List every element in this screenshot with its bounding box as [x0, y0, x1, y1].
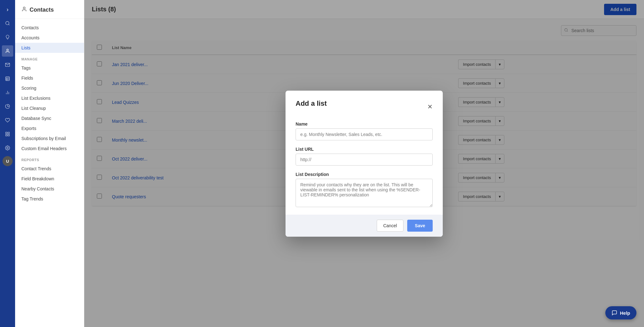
svg-rect-12: [8, 132, 9, 134]
svg-point-0: [6, 21, 9, 25]
sidebar-item-contacts[interactable]: Contacts: [15, 23, 84, 33]
sidebar-nav: Contacts Accounts Lists MANAGE Tags Fiel…: [15, 19, 84, 208]
contacts-icon[interactable]: [2, 45, 13, 57]
svg-point-2: [7, 49, 8, 51]
save-button[interactable]: Save: [407, 220, 433, 232]
sidebar-item-accounts[interactable]: Accounts: [15, 33, 84, 43]
svg-point-15: [7, 147, 8, 149]
mail-icon[interactable]: [2, 59, 13, 70]
modal-body: Add a list ✕ Name List URL List Descript…: [286, 91, 443, 208]
sidebar-header: Contacts: [15, 0, 84, 19]
settings-icon[interactable]: [2, 142, 13, 154]
cancel-button[interactable]: Cancel: [377, 220, 404, 232]
user-avatar[interactable]: U: [3, 156, 13, 166]
sidebar-person-icon: [21, 6, 27, 14]
modal-close-button[interactable]: ✕: [427, 103, 433, 110]
help-label: Help: [620, 310, 630, 316]
icon-bar: › U: [0, 0, 15, 327]
sidebar-item-custom-headers[interactable]: Custom Email Headers: [15, 144, 84, 154]
description-label: List Description: [296, 172, 433, 177]
sidebar-item-field-breakdown[interactable]: Field Breakdown: [15, 174, 84, 184]
sidebar-item-tags[interactable]: Tags: [15, 63, 84, 73]
list-description-textarea[interactable]: [296, 179, 433, 207]
sidebar-item-scoring[interactable]: Scoring: [15, 83, 84, 93]
svg-point-16: [23, 7, 25, 9]
lightbulb-icon[interactable]: [2, 31, 13, 43]
url-field-group: List URL: [296, 147, 433, 166]
table-icon[interactable]: [2, 73, 13, 84]
main-area: Lists (8) Add a list List Name: [84, 0, 644, 327]
manage-section-label: MANAGE: [15, 53, 84, 63]
url-label: List URL: [296, 147, 433, 152]
add-list-modal: Add a list ✕ Name List URL List Descript…: [286, 91, 443, 237]
sidebar-item-list-exclusions[interactable]: List Exclusions: [15, 93, 84, 103]
modal-overlay: Add a list ✕ Name List URL List Descript…: [84, 0, 644, 327]
sidebar: Contacts Contacts Accounts Lists MANAGE …: [15, 0, 84, 327]
pie-chart-icon[interactable]: [2, 101, 13, 112]
svg-rect-13: [8, 134, 9, 136]
sidebar-item-database-sync[interactable]: Database Sync: [15, 113, 84, 123]
heart-icon[interactable]: [2, 115, 13, 126]
name-label: Name: [296, 121, 433, 127]
sidebar-item-list-cleanup[interactable]: List Cleanup: [15, 103, 84, 113]
reports-section-label: REPORTS: [15, 154, 84, 164]
name-field-group: Name: [296, 121, 433, 140]
search-icon[interactable]: [2, 18, 13, 29]
sidebar-item-tag-trends[interactable]: Tag Trends: [15, 194, 84, 204]
sidebar-item-fields[interactable]: Fields: [15, 73, 84, 83]
help-button[interactable]: Help: [605, 306, 636, 319]
expand-icon[interactable]: ›: [2, 4, 13, 15]
sidebar-item-subscriptions[interactable]: Subscriptions by Email: [15, 133, 84, 144]
sidebar-item-nearby-contacts[interactable]: Nearby Contacts: [15, 184, 84, 194]
svg-rect-11: [6, 132, 7, 134]
modal-footer: Cancel Save: [286, 215, 443, 237]
sidebar-title: Contacts: [30, 7, 54, 13]
apps-icon[interactable]: [2, 128, 13, 140]
svg-rect-4: [6, 77, 9, 81]
sidebar-item-contact-trends[interactable]: Contact Trends: [15, 164, 84, 174]
sidebar-item-lists[interactable]: Lists: [15, 43, 84, 53]
svg-rect-14: [6, 134, 7, 136]
svg-line-1: [8, 24, 9, 25]
description-field-group: List Description: [296, 172, 433, 208]
sidebar-item-exports[interactable]: Exports: [15, 123, 84, 133]
list-url-input[interactable]: [296, 154, 433, 166]
list-name-input[interactable]: [296, 128, 433, 140]
modal-title: Add a list: [296, 99, 327, 108]
chart-icon[interactable]: [2, 87, 13, 98]
